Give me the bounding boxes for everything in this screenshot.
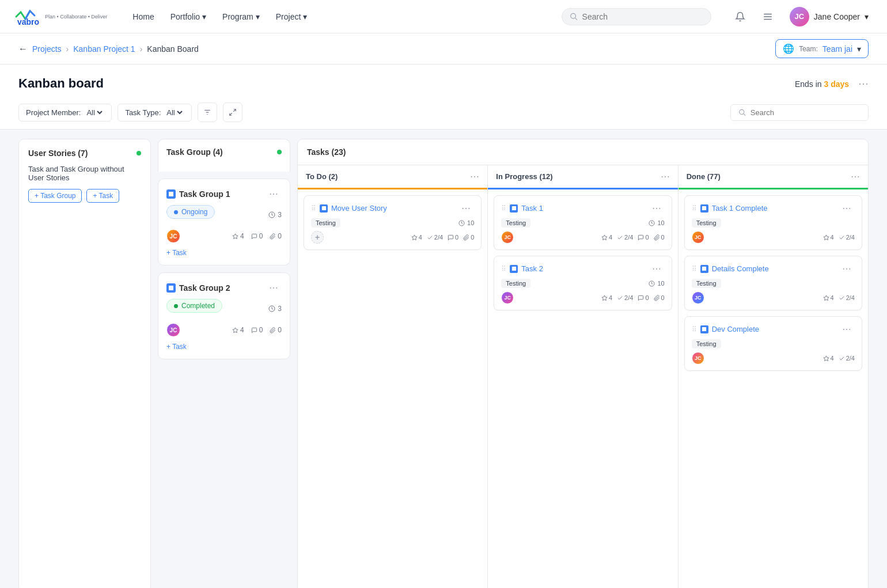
comment-icon <box>448 234 454 241</box>
drag-handle[interactable]: ⠿ <box>501 204 506 213</box>
nav-project[interactable]: Project ▾ <box>269 7 314 26</box>
avatar: JC <box>790 7 809 26</box>
tasks-area: Tasks (23) To Do (2) ⋯ ⠿ <box>297 139 869 588</box>
task-group-1-body: Ongoing 3 JC 4 0 <box>158 205 290 265</box>
clock-icon <box>649 220 655 226</box>
card-done-3-options[interactable]: ⋯ <box>839 323 855 336</box>
breadcrumb-project-name[interactable]: Kanban Project 1 <box>73 44 135 54</box>
notifications-button[interactable] <box>730 6 750 27</box>
menu-button[interactable] <box>757 6 778 27</box>
nav-home[interactable]: Home <box>126 7 161 26</box>
card-2-options[interactable]: ⋯ <box>649 262 665 275</box>
drag-handle[interactable]: ⠿ <box>501 265 506 273</box>
add-task-group-button[interactable]: + Task Group <box>28 189 82 203</box>
card-time: 10 <box>458 219 474 226</box>
card-title[interactable]: Move User Story <box>331 204 387 213</box>
board-search[interactable] <box>730 104 869 121</box>
column-inprogress-options[interactable]: ⋯ <box>661 171 670 182</box>
svg-rect-28 <box>702 206 706 210</box>
card-title[interactable]: Task 2 <box>521 264 543 273</box>
project-member-filter[interactable]: Project Member: All <box>18 104 112 122</box>
svg-rect-19 <box>321 206 325 210</box>
card-icon <box>510 265 518 273</box>
board-search-input[interactable] <box>750 108 860 117</box>
card-move-user-story: ⠿ Move User Story ⋯ Testing <box>304 195 482 250</box>
svg-marker-31 <box>823 295 828 300</box>
type-select[interactable]: All <box>164 108 184 117</box>
card-icon <box>700 325 708 333</box>
task-group-1-name: Task Group 1 <box>166 189 230 199</box>
card-options[interactable]: ⋯ <box>458 202 474 215</box>
task-group-icon <box>166 189 176 199</box>
drag-handle[interactable]: ⠿ <box>311 204 316 213</box>
card-title[interactable]: Dev Complete <box>712 325 759 333</box>
check-icon <box>839 355 845 362</box>
card-stats: 4 2/4 0 <box>411 234 475 241</box>
task-group-2-header: Task Group 2 ⋯ <box>158 273 290 299</box>
task-group-1-add-task[interactable]: + Task <box>166 249 187 257</box>
svg-marker-24 <box>602 234 607 240</box>
column-todo-options[interactable]: ⋯ <box>470 171 479 182</box>
attachment-icon <box>270 233 276 240</box>
task-type-filter[interactable]: Task Type: All <box>117 104 192 122</box>
card-time: 10 <box>649 219 664 226</box>
comment-icon <box>251 327 257 333</box>
card-1-options[interactable]: ⋯ <box>649 202 665 215</box>
task-group-2-options[interactable]: ⋯ <box>266 281 282 294</box>
nav-portfolio[interactable]: Portfolio ▾ <box>164 7 213 26</box>
card-title[interactable]: Task 1 <box>521 204 543 213</box>
card-avatar: JC <box>692 231 704 244</box>
drag-handle[interactable]: ⠿ <box>692 325 697 333</box>
back-button[interactable]: ← <box>18 44 28 54</box>
nav-program[interactable]: Program ▾ <box>215 7 267 26</box>
task-group-2-name: Task Group 2 <box>166 283 230 293</box>
column-done-options[interactable]: ⋯ <box>851 171 860 182</box>
add-task-button[interactable]: + Task <box>86 189 119 203</box>
task-group-2-body: Completed 3 JC 4 <box>158 299 290 359</box>
card-tag: Testing <box>501 279 530 288</box>
check-icon <box>617 234 623 241</box>
breadcrumb-projects[interactable]: Projects <box>32 44 62 54</box>
expand-icon-button[interactable] <box>223 103 242 122</box>
logo[interactable]: vabro Plan • Collaborate • Deliver <box>14 6 107 27</box>
task-group-1-options[interactable]: ⋯ <box>266 187 282 200</box>
global-search-input[interactable] <box>582 12 703 21</box>
card-tag: Testing <box>501 218 530 227</box>
star-icon <box>411 234 418 241</box>
member-select[interactable]: All <box>84 108 104 117</box>
page-header: Kanban board Ends in 3 days ⋯ <box>0 65 887 98</box>
user-menu[interactable]: JC Jane Cooper ▾ <box>785 5 873 29</box>
card-title[interactable]: Details Complete <box>712 264 769 273</box>
member-avatar: JC <box>166 229 180 243</box>
breadcrumb-current: Kanban Board <box>147 44 199 54</box>
card-tag: Testing <box>692 339 721 348</box>
column-inprogress-header: In Progress (12) ⋯ <box>488 165 677 189</box>
task-group-1-member-row: JC 4 0 0 <box>166 229 282 243</box>
card-stats: 4 2/4 <box>823 234 855 241</box>
global-search[interactable] <box>562 8 711 25</box>
svg-rect-32 <box>702 327 706 331</box>
svg-marker-27 <box>602 295 607 300</box>
team-selector[interactable]: 🌐 Team: Team jai ▾ <box>775 39 869 58</box>
star-icon <box>601 295 608 301</box>
card-done-1-options[interactable]: ⋯ <box>839 202 855 215</box>
globe-icon: 🌐 <box>783 43 794 54</box>
page-options-button[interactable]: ⋯ <box>858 78 869 89</box>
task-group-1-time: 3 <box>268 211 282 219</box>
drag-handle[interactable]: ⠿ <box>692 204 697 213</box>
card-done-2-options[interactable]: ⋯ <box>839 262 855 275</box>
kanban-board: User Stories (7) Task and Task Group wit… <box>0 130 887 588</box>
task-group-2-meta: 4 0 0 <box>232 326 282 334</box>
column-todo: To Do (2) ⋯ ⠿ Move User Story <box>298 165 488 588</box>
user-name: Jane Cooper <box>814 12 860 21</box>
svg-marker-33 <box>823 355 828 361</box>
card-title[interactable]: Task 1 Complete <box>712 204 768 213</box>
svg-marker-21 <box>412 234 417 240</box>
svg-point-11 <box>740 109 744 114</box>
task-group-2-add-task[interactable]: + Task <box>166 343 187 351</box>
task-group-panel-title: Task Group (4) <box>166 147 282 157</box>
filter-icon-button[interactable] <box>198 103 217 122</box>
nav-actions: JC Jane Cooper ▾ <box>730 5 873 29</box>
drag-handle[interactable]: ⠿ <box>692 265 697 273</box>
breadcrumb-bar: ← Projects › Kanban Project 1 › Kanban B… <box>0 33 887 65</box>
